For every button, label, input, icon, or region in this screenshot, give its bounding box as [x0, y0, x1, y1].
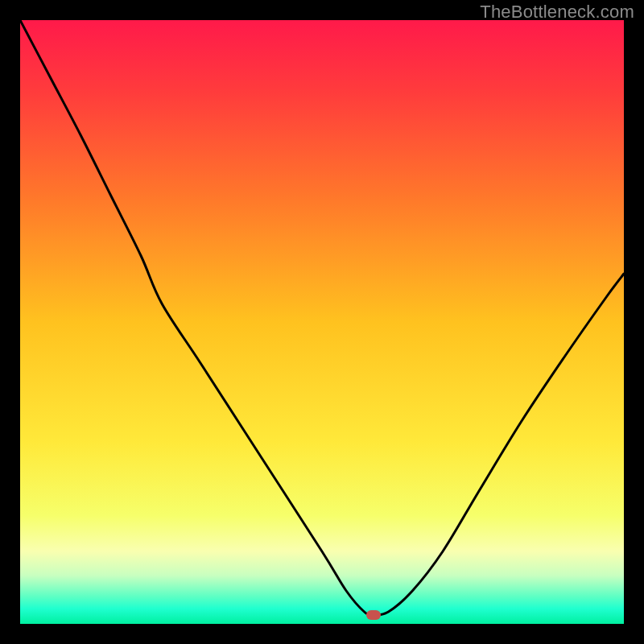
plot-area — [20, 20, 624, 624]
watermark-text: TheBottleneck.com — [480, 2, 634, 23]
chart-frame: TheBottleneck.com — [0, 0, 644, 644]
minimum-marker — [366, 610, 381, 620]
bottleneck-svg — [20, 20, 624, 624]
bottleneck-curve-path — [20, 20, 624, 615]
